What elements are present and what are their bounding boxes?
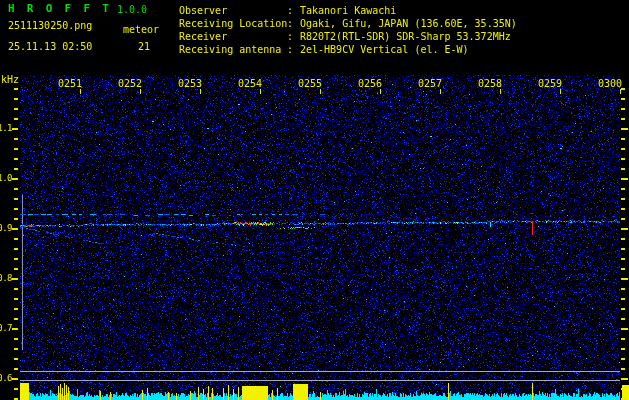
y-tick-label: 0.7 [0, 322, 12, 334]
station-info: Observer:Takanori Kawachi Receiving Loca… [179, 4, 517, 56]
info-separator: : [287, 4, 300, 17]
mode-label: meteor [123, 24, 159, 35]
y-axis-unit: kHz [1, 74, 19, 85]
info-value: Takanori Kawachi [300, 4, 396, 17]
info-separator: : [287, 17, 300, 30]
info-row-observer: Observer:Takanori Kawachi [179, 4, 517, 17]
y-tick-label: 0.9 [0, 222, 12, 234]
info-label: Receiving Location [179, 17, 287, 30]
info-separator: : [287, 43, 300, 56]
y-tick-label: 1.1 [0, 122, 12, 134]
info-row-antenna: Receiving antenna:2el-HB9CV Vertical (el… [179, 43, 517, 56]
x-tick-label: 0255 [286, 78, 334, 89]
x-tick-label: 0257 [406, 78, 454, 89]
x-tick-label: 0258 [466, 78, 514, 89]
info-label: Receiver [179, 30, 287, 43]
info-row-location: Receiving Location:Ogaki, Gifu, JAPAN (1… [179, 17, 517, 30]
info-row-receiver: Receiver:R820T2(RTL-SDR) SDR-Sharp 53.37… [179, 30, 517, 43]
app-logo: H R O F F T [8, 3, 112, 14]
x-tick-label: 0259 [526, 78, 574, 89]
hrofft-output-image: H R O F F T 1.0.0 2511130250.png meteor … [0, 0, 629, 400]
app-version: 1.0.0 [117, 4, 147, 15]
datetime: 25.11.13 02:50 [8, 41, 92, 52]
info-label: Observer [179, 4, 287, 17]
info-separator: : [287, 30, 300, 43]
y-tick-label: 0.8 [0, 272, 12, 284]
x-tick-label: 0300 [586, 78, 629, 89]
filename: 2511130250.png [8, 20, 92, 31]
spectrogram-canvas [0, 0, 629, 400]
x-tick-label: 0256 [346, 78, 394, 89]
y-tick-label: 1.0 [0, 172, 12, 184]
info-value: 2el-HB9CV Vertical (el. E-W) [300, 43, 469, 56]
info-value: Ogaki, Gifu, JAPAN (136.60E, 35.35N) [300, 17, 517, 30]
x-tick-label: 0252 [106, 78, 154, 89]
info-label: Receiving antenna [179, 43, 287, 56]
y-tick-label: 0.6 [0, 372, 12, 384]
info-value: R820T2(RTL-SDR) SDR-Sharp 53.372MHz [300, 30, 511, 43]
x-tick-label: 0251 [46, 78, 94, 89]
meteor-count: 21 [138, 41, 150, 52]
x-tick-label: 0254 [226, 78, 274, 89]
x-tick-label: 0253 [166, 78, 214, 89]
